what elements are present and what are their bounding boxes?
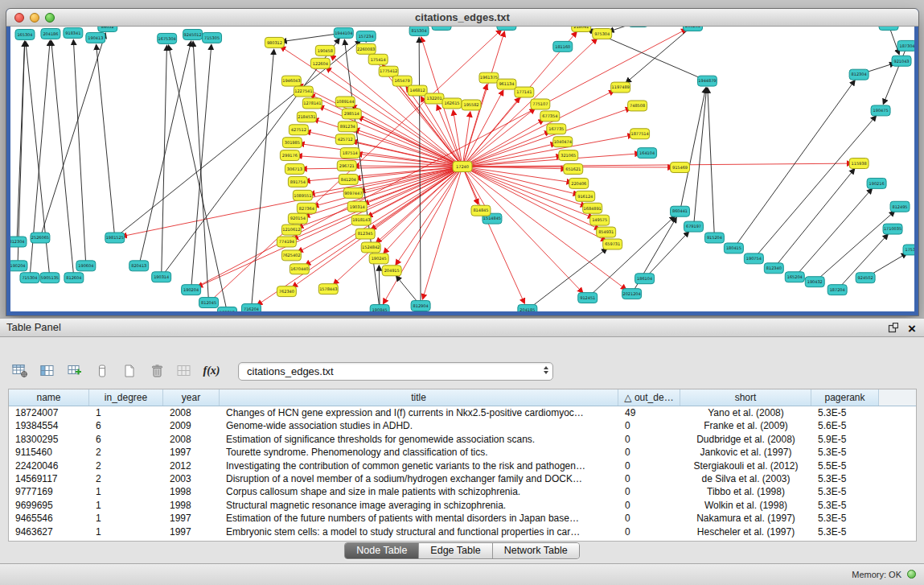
graph-edge[interactable] xyxy=(191,45,211,290)
graph-node[interactable]: 190204 xyxy=(182,285,201,295)
table-row[interactable]: 1938455462009Genome-wide association stu… xyxy=(9,419,916,432)
graph-node[interactable]: 1871634 xyxy=(497,27,516,30)
graph-node[interactable]: 220406 xyxy=(569,178,589,188)
graph-node[interactable]: 84052 xyxy=(98,27,117,31)
graph-node[interactable]: 181160 xyxy=(553,41,573,51)
graph-node[interactable]: 425712 xyxy=(335,134,355,145)
graph-edge[interactable] xyxy=(162,39,339,277)
graph-node[interactable]: 961134 xyxy=(497,79,516,89)
table-row[interactable]: 946554611997Estimation of the future num… xyxy=(9,512,916,525)
graph-node[interactable]: 715304 xyxy=(20,273,39,283)
graph-edge[interactable] xyxy=(795,189,872,278)
graph-node[interactable]: 812495 xyxy=(890,201,910,212)
column-header[interactable]: pagerank xyxy=(811,389,879,406)
graph-node[interactable]: 2184531 xyxy=(297,112,316,122)
graph-node[interactable]: 177141 xyxy=(515,87,534,97)
table-select-dropdown[interactable]: citations_edges.txt xyxy=(238,362,553,381)
minimize-window-button[interactable] xyxy=(30,13,39,23)
graph-node[interactable]: 1946043 xyxy=(281,76,301,86)
graph-node[interactable]: 1710035 xyxy=(883,224,902,234)
graph-node[interactable]: 815304 xyxy=(409,27,429,35)
table-settings-button[interactable] xyxy=(10,360,31,381)
graph-node[interactable]: 715305 xyxy=(203,32,222,43)
graph-node[interactable]: 427512 xyxy=(289,125,308,135)
graph-node[interactable]: 165479 xyxy=(392,76,412,86)
graph-node[interactable]: 9097447 xyxy=(343,187,363,198)
delete-table-button[interactable] xyxy=(146,360,167,381)
table-row[interactable]: 1872400712008Changes of HCN gene express… xyxy=(9,406,916,419)
graph-edge[interactable] xyxy=(462,135,633,167)
graph-node[interactable]: 234251 xyxy=(684,27,703,31)
graph-edge[interactable] xyxy=(680,88,706,211)
edit-columns-button[interactable] xyxy=(64,360,85,381)
graph-node[interactable]: 204715 xyxy=(432,27,451,30)
graph-node[interactable]: 812045 xyxy=(199,298,219,308)
graph-node[interactable]: 115938 xyxy=(849,159,869,169)
graph-edge[interactable] xyxy=(310,167,462,194)
graph-node[interactable]: 218041 xyxy=(572,27,591,31)
column-header[interactable] xyxy=(879,389,916,406)
graph-node[interactable]: 190604 xyxy=(76,261,96,271)
table-row[interactable]: 969969511998Structural magnetic resonanc… xyxy=(9,499,916,512)
graph-node[interactable]: 164104 xyxy=(638,148,657,159)
table-row[interactable]: 1830029562008Estimation of significance … xyxy=(9,433,916,446)
graph-node[interactable]: 1040474 xyxy=(553,137,573,147)
graph-node[interactable]: 204915 xyxy=(382,266,401,276)
graph-node[interactable]: 774194 xyxy=(277,237,296,247)
graph-edge[interactable] xyxy=(693,89,706,227)
graph-node[interactable]: 812345 xyxy=(355,229,375,239)
graph-node[interactable]: 175414 xyxy=(368,54,388,64)
table-row[interactable]: 977716911998Corpus callosum shape and si… xyxy=(9,485,916,498)
graph-node[interactable]: 167735 xyxy=(547,124,566,134)
graph-edge[interactable] xyxy=(97,45,115,238)
table-row[interactable]: 1456911722003Disruption of a novel membe… xyxy=(9,472,916,485)
graph-edge[interactable] xyxy=(193,42,208,303)
graph-node[interactable]: 187204 xyxy=(827,285,847,295)
graph-node[interactable]: 1918143 xyxy=(351,215,371,225)
graph-node[interactable]: 1227541 xyxy=(294,86,313,97)
graph-node[interactable]: 204186 xyxy=(41,28,60,39)
graph-node[interactable]: 132201 xyxy=(425,93,444,104)
function-builder-button[interactable]: f(x) xyxy=(201,360,222,381)
graph-node[interactable]: 651621 xyxy=(564,164,583,175)
graph-edge[interactable] xyxy=(774,169,854,268)
graph-node[interactable]: 924502 xyxy=(856,273,875,283)
new-table-button[interactable] xyxy=(119,360,140,381)
graph-node[interactable]: 975304 xyxy=(593,28,612,39)
graph-node[interactable]: 980312 xyxy=(265,37,284,47)
graph-node[interactable]: 190475 xyxy=(871,105,890,116)
tab-edge-table[interactable]: Edge Table xyxy=(419,543,492,558)
column-header[interactable]: title xyxy=(220,389,618,406)
graph-node[interactable]: 190314 xyxy=(347,201,367,212)
graph-node[interactable]: 716204 xyxy=(241,304,261,311)
graph-edge[interactable] xyxy=(139,42,191,266)
graph-node[interactable]: 195582 xyxy=(462,100,481,110)
graph-edge[interactable] xyxy=(40,34,105,238)
graph-node[interactable]: 854931 xyxy=(597,227,616,237)
graph-node[interactable]: 918341 xyxy=(64,27,83,38)
graph-node[interactable]: 1775412 xyxy=(379,66,398,76)
graph-node[interactable]: 1944879 xyxy=(697,76,717,86)
graph-node[interactable]: 659731 xyxy=(603,239,622,249)
graph-node[interactable]: 915469 xyxy=(671,163,690,173)
graph-node[interactable]: 190432 xyxy=(805,277,824,287)
graph-edge[interactable] xyxy=(883,46,907,104)
graph-node[interactable]: 157234 xyxy=(356,31,376,41)
graph-node[interactable]: 321065 xyxy=(559,150,578,161)
close-panel-button[interactable]: × xyxy=(908,323,916,335)
column-header[interactable]: short xyxy=(680,389,811,406)
close-window-button[interactable] xyxy=(14,13,24,23)
graph-node[interactable]: 827364 xyxy=(297,203,316,213)
graph-node[interactable]: 1981525 xyxy=(105,233,125,243)
graph-node[interactable]: 187514 xyxy=(340,148,359,159)
graph-node[interactable]: 812304 xyxy=(849,69,869,80)
table-row[interactable]: 946362711997Embryonic stem cells: a mode… xyxy=(9,525,916,538)
graph-node[interactable]: 162615 xyxy=(442,98,462,109)
graph-node[interactable]: 915304 xyxy=(879,27,898,30)
graph-edge[interactable] xyxy=(17,42,25,242)
graph-node[interactable]: 299176 xyxy=(280,150,299,161)
graph-node[interactable]: 17240 xyxy=(453,162,472,172)
graph-edge[interactable] xyxy=(51,41,74,278)
graph-node[interactable]: 190754 xyxy=(744,253,763,264)
graph-node[interactable]: 1877514 xyxy=(630,129,650,139)
